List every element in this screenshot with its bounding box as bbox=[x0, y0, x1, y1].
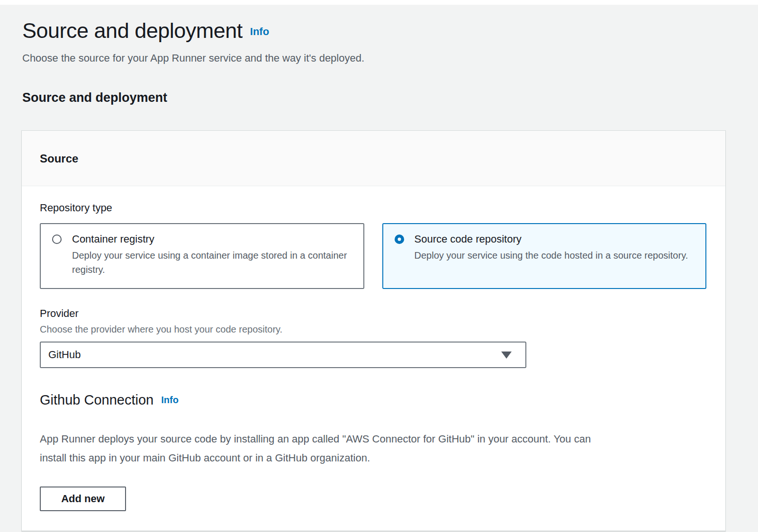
source-card-title: Source bbox=[40, 152, 706, 165]
source-card-body: Repository type Container registry Deplo… bbox=[22, 186, 725, 511]
tile-description: Deploy your service using a container im… bbox=[72, 248, 354, 277]
window-top-edge bbox=[0, 0, 758, 5]
radio-selected-icon[interactable] bbox=[395, 234, 404, 244]
tile-description: Deploy your service using the code hoste… bbox=[415, 248, 688, 262]
provider-select[interactable]: GitHub bbox=[40, 342, 526, 368]
section-heading: Source and deployment bbox=[22, 90, 726, 105]
page-title: Source and deploymentInfo bbox=[22, 18, 726, 44]
add-new-button[interactable]: Add new bbox=[40, 487, 126, 511]
source-and-deployment-page: Source and deploymentInfo Choose the sou… bbox=[0, 5, 758, 531]
tile-text: Container registry Deploy your service u… bbox=[72, 232, 354, 277]
source-card: Source Repository type Container registr… bbox=[21, 130, 726, 531]
tile-title: Container registry bbox=[72, 232, 354, 246]
tile-text: Source code repository Deploy your servi… bbox=[415, 232, 688, 262]
github-connection-heading: Github ConnectionInfo bbox=[40, 392, 706, 408]
github-connection-description-line: install this app in your main GitHub acc… bbox=[40, 449, 706, 468]
github-connection-description-line: App Runner deploys your source code by i… bbox=[40, 430, 706, 449]
provider-field: Provider Choose the provider where you h… bbox=[40, 307, 706, 368]
source-card-header: Source bbox=[22, 131, 725, 186]
repository-type-field: Repository type Container registry Deplo… bbox=[40, 201, 706, 289]
provider-label: Provider bbox=[40, 307, 706, 320]
dropdown-caret-icon bbox=[501, 352, 512, 359]
provider-description: Choose the provider where you host your … bbox=[40, 324, 706, 335]
repository-type-label: Repository type bbox=[40, 201, 706, 215]
page-subtitle: Choose the source for your App Runner se… bbox=[22, 52, 726, 64]
page-title-text: Source and deployment bbox=[22, 18, 243, 43]
radio-unselected-icon[interactable] bbox=[52, 234, 62, 244]
page-title-info-link[interactable]: Info bbox=[250, 26, 269, 37]
github-connection-heading-text: Github Connection bbox=[40, 392, 153, 407]
tile-title: Source code repository bbox=[415, 232, 688, 246]
github-connection-description: App Runner deploys your source code by i… bbox=[40, 430, 706, 468]
repository-type-tiles: Container registry Deploy your service u… bbox=[40, 223, 706, 289]
provider-select-value: GitHub bbox=[48, 349, 81, 361]
github-connection-info-link[interactable]: Info bbox=[161, 395, 179, 405]
tile-source-code-repository[interactable]: Source code repository Deploy your servi… bbox=[382, 223, 707, 289]
tile-container-registry[interactable]: Container registry Deploy your service u… bbox=[40, 223, 364, 289]
